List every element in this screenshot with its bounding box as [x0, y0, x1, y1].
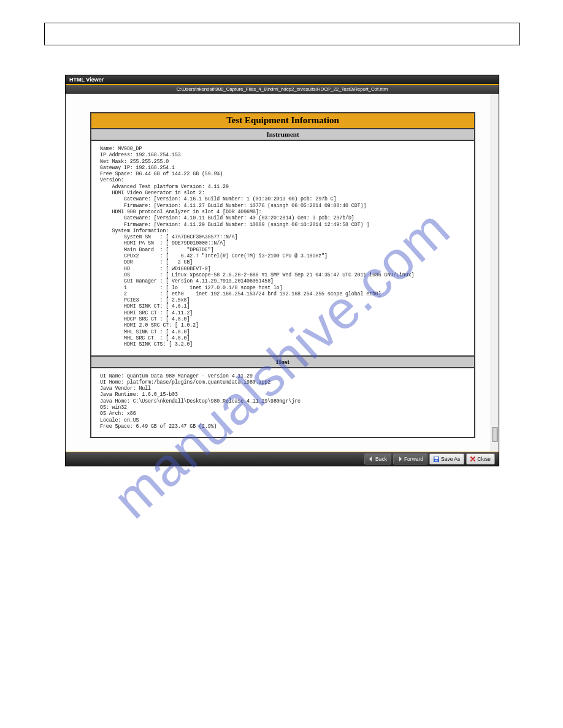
report-frame: Test Equipment Information Instrument Na…	[90, 112, 475, 438]
back-button[interactable]: Back	[364, 453, 391, 464]
arrow-left-icon	[369, 457, 373, 461]
instrument-body: Name: MV980_DP IP Address: 192.168.254.1…	[91, 141, 474, 355]
forward-button[interactable]: Forward	[393, 453, 427, 464]
host-text: UI Name: Quantum Data 980 Manager - Vers…	[100, 373, 468, 430]
content-area: Test Equipment Information Instrument Na…	[66, 94, 499, 452]
svg-rect-1	[435, 457, 439, 458]
svg-rect-2	[435, 460, 438, 461]
vertical-scrollbar[interactable]	[491, 94, 499, 452]
close-button[interactable]: Close	[466, 453, 495, 464]
button-bar: Back Forward Save As Close	[66, 452, 499, 466]
file-path-bar: C:\Users\nkendall\980_Capture_Files_4_8\…	[66, 85, 499, 94]
arrow-right-icon	[397, 457, 402, 461]
close-label: Close	[477, 456, 491, 462]
close-icon	[470, 457, 475, 461]
html-viewer-window: HTML Viewer C:\Users\nkendall\980_Captur…	[65, 75, 499, 466]
forward-label: Forward	[404, 456, 423, 462]
instrument-text: Name: MV980_DP IP Address: 192.168.254.1…	[100, 146, 468, 348]
page-top-empty-box	[44, 23, 520, 45]
window-title: HTML Viewer	[66, 75, 499, 85]
instrument-subtitle: Instrument	[91, 129, 474, 141]
save-as-button[interactable]: Save As	[429, 453, 464, 464]
disk-icon	[434, 457, 439, 462]
report-title: Test Equipment Information	[91, 113, 474, 129]
host-subtitle: Host	[91, 355, 474, 368]
save-as-label: Save As	[441, 456, 460, 462]
scrollbar-thumb[interactable]	[492, 427, 498, 442]
host-body: UI Name: Quantum Data 980 Manager - Vers…	[91, 368, 474, 438]
back-label: Back	[375, 456, 387, 462]
